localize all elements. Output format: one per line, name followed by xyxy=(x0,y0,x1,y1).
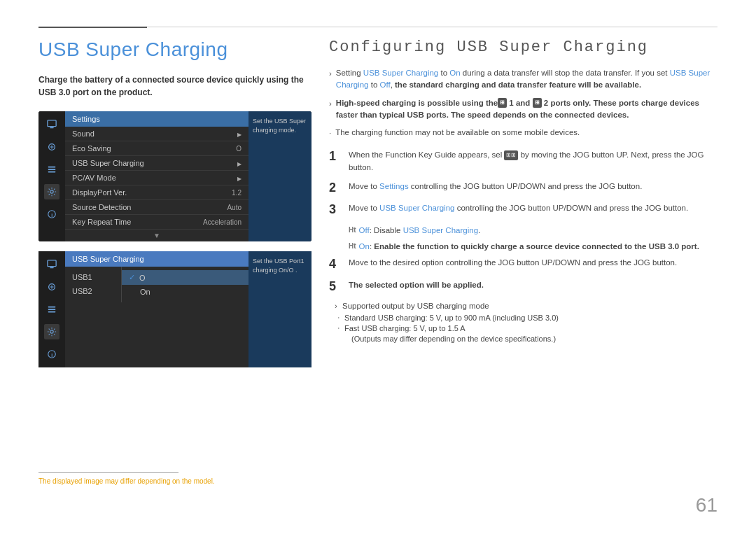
svg-rect-14 xyxy=(48,311,56,313)
info-icon: i xyxy=(44,206,59,222)
arrows-icon xyxy=(44,139,59,155)
submenu-options: ✓ O On xyxy=(121,267,248,302)
monitor-icon xyxy=(44,117,59,132)
arrow-icon xyxy=(237,129,241,138)
svg-rect-1 xyxy=(50,127,53,129)
page-title: USB Super Charging xyxy=(38,38,312,61)
svg-rect-10 xyxy=(50,267,53,269)
note-2: › High-speed charging is possible using … xyxy=(329,97,718,122)
steps-section: 1 When the Function Key Guide appears, s… xyxy=(329,149,718,342)
svg-rect-9 xyxy=(48,260,56,267)
sidebar-icons-2: i xyxy=(38,251,65,367)
svg-rect-13 xyxy=(48,309,56,310)
right-column: Configuring USB Super Charging › Setting… xyxy=(329,38,718,344)
ht-off: Ht Off: Disable USB Super Charging. xyxy=(349,225,718,237)
settings-icon-2 xyxy=(44,324,59,339)
step-5: 5 The selected option will be applied. xyxy=(329,279,718,295)
settings-icon xyxy=(44,184,59,199)
arrow-icon xyxy=(237,159,241,167)
menu-item-pcav: PC/AV Mode xyxy=(65,171,248,185)
svg-point-15 xyxy=(50,330,53,333)
option-on: On xyxy=(122,285,248,299)
menu-item-source: Source Detection Auto xyxy=(65,200,248,215)
footnote-section: The displayed image may differ depending… xyxy=(38,472,304,485)
check-icon: ✓ xyxy=(129,273,135,282)
svg-rect-0 xyxy=(48,120,56,127)
layers-icon-2 xyxy=(44,302,59,317)
usb2-item: USB2 xyxy=(65,284,121,298)
svg-text:i: i xyxy=(51,213,52,218)
supported-title: › Supported output by USB charging mode xyxy=(335,302,718,310)
svg-rect-5 xyxy=(48,171,56,173)
monitor-ui-2: i USB Super Charging USB1 USB2 ✓ O xyxy=(38,251,312,367)
monitor-ui-1: i Settings Sound Eco Saving O USB Super … xyxy=(38,111,312,241)
footnote-text: The displayed image may differ depending… xyxy=(38,477,304,485)
sidebar-right-2: Set the USB Port1 charging On/O . xyxy=(248,251,312,367)
step-4: 4 Move to the desired option controlling… xyxy=(329,257,718,272)
svg-point-6 xyxy=(50,190,53,193)
note-1: › Setting USB Super Charging to On durin… xyxy=(329,67,718,92)
menu-header-1: Settings xyxy=(65,111,248,127)
sidebar-icons-1: i xyxy=(38,111,65,241)
menu-item-eco: Eco Saving O xyxy=(65,141,248,156)
svg-rect-4 xyxy=(48,169,56,170)
step-3: 3 Move to USB Super Charging controlling… xyxy=(329,202,718,218)
svg-rect-3 xyxy=(48,167,56,168)
menu-item-dp: DisplayPort Ver. 1.2 xyxy=(65,185,248,200)
submenu-content: USB1 USB2 ✓ O On xyxy=(65,267,248,302)
step-2: 2 Move to Settings controlling the JOG b… xyxy=(329,181,718,196)
submenu-header: USB Super Charging xyxy=(65,251,248,267)
footnote-divider xyxy=(38,472,178,473)
supported-item-1: Standard USB charging: 5 V, up to 900 mA… xyxy=(335,314,718,322)
arrow-icon xyxy=(237,174,241,182)
menu-item-sound: Sound xyxy=(65,127,248,141)
usb1-item: USB1 xyxy=(65,270,121,284)
supported-section: › Supported output by USB charging mode … xyxy=(335,302,718,343)
page-number: 61 xyxy=(696,494,718,517)
info-icon-2: i xyxy=(44,346,59,362)
submenu-area: USB Super Charging USB1 USB2 ✓ O xyxy=(65,251,248,367)
layers-icon xyxy=(44,162,59,177)
menu-area-1: Settings Sound Eco Saving O USB Super Ch… xyxy=(65,111,248,241)
top-accent-line xyxy=(38,27,147,28)
supported-item-2: Fast USB charging: 5 V, up to 1.5 A xyxy=(335,324,718,332)
section-title: Configuring USB Super Charging xyxy=(329,38,718,56)
menu-item-keyrepeat: Key Repeat Time Acceleration xyxy=(65,215,248,230)
arrows-icon-2 xyxy=(44,279,59,295)
svg-text:i: i xyxy=(51,353,52,358)
option-off: ✓ O xyxy=(122,270,248,285)
monitor-icon-2 xyxy=(44,257,59,272)
supported-sub: (Outputs may differ depending on the dev… xyxy=(335,335,718,343)
left-column: USB Super Charging Charge the battery of… xyxy=(38,38,312,367)
note-3: · The charging function may not be avail… xyxy=(329,127,718,139)
menu-item-usb: USB Super Charging xyxy=(65,156,248,171)
sidebar-right-1: Set the USB Super charging mode. xyxy=(248,111,312,241)
submenu-list: USB1 USB2 xyxy=(65,267,121,302)
step-1: 1 When the Function Key Guide appears, s… xyxy=(329,149,718,174)
ht-on: Ht On: Enable the function to quickly ch… xyxy=(349,241,718,253)
intro-text: Charge the battery of a connected source… xyxy=(38,73,312,99)
svg-rect-12 xyxy=(48,307,56,308)
